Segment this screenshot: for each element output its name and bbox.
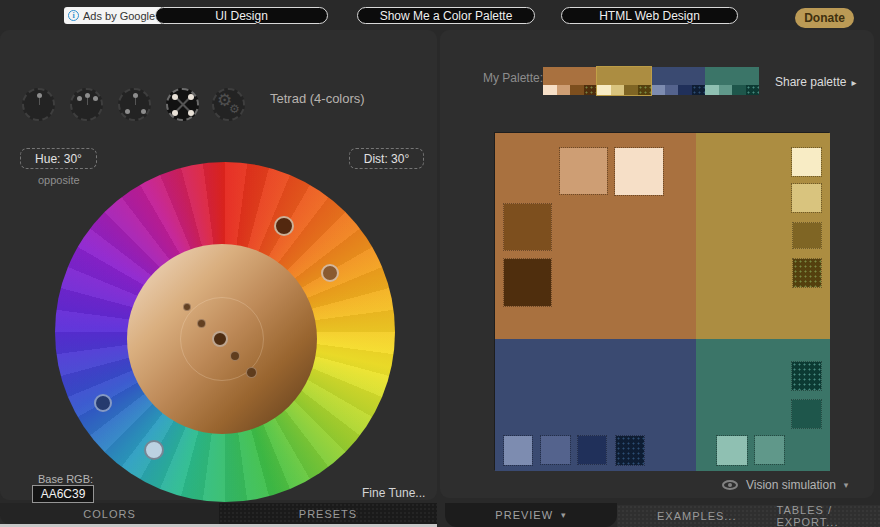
share-palette-link[interactable]: Share palette▸	[775, 75, 856, 89]
eye-icon	[722, 480, 738, 490]
preview-swatch[interactable]	[615, 148, 663, 195]
disc-dot[interactable]	[183, 303, 191, 311]
palette-shade[interactable]	[719, 85, 733, 95]
palette-group-blue[interactable]	[651, 67, 705, 95]
distance-button[interactable]: Dist: 30°	[349, 148, 424, 169]
palette-preview	[494, 132, 829, 470]
preview-swatch[interactable]	[792, 362, 821, 390]
vision-simulation-toggle[interactable]: Vision simulation ▾	[722, 478, 848, 492]
preview-swatch[interactable]	[504, 436, 532, 465]
palette-group-gold[interactable]	[597, 67, 651, 95]
preview-swatch[interactable]	[504, 204, 551, 250]
preview-panel: My Palette:	[440, 30, 874, 498]
disc-dot[interactable]	[197, 319, 206, 328]
tab-preview[interactable]: PREVIEW ▾	[445, 503, 617, 527]
preview-quadrant-brown[interactable]	[495, 133, 696, 339]
preview-quadrant-blue[interactable]	[495, 339, 696, 471]
wheel-marker-hue-30[interactable]	[274, 216, 294, 236]
palette-main-swatch[interactable]	[705, 67, 759, 85]
ad-bar: i Ads by Google UI Design Show Me a Colo…	[0, 0, 880, 30]
chevron-down-icon: ▾	[844, 480, 849, 490]
share-arrow-icon: ▸	[851, 77, 856, 88]
my-palette-label: My Palette:	[483, 71, 543, 85]
my-palette-strip	[543, 67, 760, 95]
palette-shade[interactable]	[732, 85, 746, 95]
palette-main-swatch[interactable]	[597, 67, 651, 85]
info-icon: i	[68, 10, 79, 21]
scheme-monochromatic-icon[interactable]	[22, 88, 55, 121]
palette-shade[interactable]	[570, 85, 584, 95]
chevron-down-icon: ▾	[561, 510, 567, 520]
preview-quadrant-teal[interactable]	[696, 339, 830, 471]
tab-tables-export[interactable]: TABLES / EXPORT...	[776, 504, 880, 527]
wheel-marker-hue-240[interactable]	[94, 394, 112, 412]
hue-opposite-label: opposite	[38, 174, 80, 186]
disc-dot[interactable]	[230, 351, 240, 361]
hue-button[interactable]: Hue: 30°	[20, 148, 97, 169]
tab-examples[interactable]: EXAMPLES...	[657, 510, 736, 522]
palette-group-brown[interactable]	[543, 67, 597, 95]
palette-shade[interactable]	[624, 85, 638, 95]
tab-colors[interactable]: COLORS	[0, 503, 219, 524]
palette-shade[interactable]	[584, 85, 598, 95]
palette-shade[interactable]	[611, 85, 625, 95]
base-rgb-input[interactable]	[32, 485, 94, 503]
preview-swatch[interactable]	[578, 436, 606, 464]
palette-shade[interactable]	[665, 85, 679, 95]
paletton-app: i Ads by Google UI Design Show Me a Colo…	[0, 0, 880, 527]
preview-quadrant-gold[interactable]	[696, 133, 830, 339]
preview-swatch[interactable]	[792, 184, 821, 212]
palette-group-teal[interactable]	[705, 67, 759, 95]
preview-swatch[interactable]	[755, 436, 784, 464]
preview-swatch[interactable]	[560, 148, 607, 194]
vision-simulation-label: Vision simulation	[746, 478, 836, 492]
disc-dot[interactable]	[246, 367, 257, 378]
palette-main-swatch[interactable]	[543, 67, 597, 85]
ad-link-color-palette[interactable]: Show Me a Color Palette	[357, 7, 535, 24]
scheme-adjacent-icon[interactable]	[70, 88, 103, 121]
scheme-triad-icon[interactable]	[118, 88, 151, 121]
tab-presets[interactable]: PRESETS	[219, 503, 437, 524]
palette-shade[interactable]	[543, 85, 557, 95]
palette-shade[interactable]	[557, 85, 571, 95]
scheme-type-label: Tetrad (4-colors)	[270, 91, 365, 106]
preview-swatch[interactable]	[792, 400, 821, 428]
preview-swatch[interactable]	[541, 436, 570, 464]
wheel-marker-hue-210[interactable]	[144, 440, 164, 460]
palette-shade[interactable]	[597, 85, 611, 95]
palette-shade[interactable]	[746, 85, 760, 95]
ad-link-html-web-design[interactable]: HTML Web Design	[561, 7, 738, 24]
color-wheel-panel: ⚙ ⚙ Tetrad (4-colors) Hue: 30° opposite …	[0, 30, 437, 500]
palette-shade[interactable]	[678, 85, 692, 95]
preview-swatch[interactable]	[616, 436, 644, 465]
preview-swatch[interactable]	[793, 223, 821, 248]
scheme-tetrad-icon[interactable]	[166, 88, 199, 121]
ads-badge-label: Ads by Google	[83, 10, 155, 22]
right-tab-bar: EXAMPLES... TABLES / EXPORT...	[617, 505, 880, 527]
gear-icon: ⚙	[229, 103, 240, 115]
ad-link-ui-design[interactable]: UI Design	[155, 7, 328, 24]
wheel-marker-hue-60[interactable]	[321, 264, 339, 282]
palette-shade[interactable]	[651, 85, 665, 95]
disc-dot-base[interactable]	[212, 331, 228, 347]
donate-button[interactable]: Donate	[795, 8, 854, 28]
preview-swatch[interactable]	[793, 259, 821, 287]
palette-shade[interactable]	[638, 85, 652, 95]
palette-shade[interactable]	[692, 85, 706, 95]
base-rgb-label: Base RGB:	[38, 473, 93, 485]
fine-tune-link[interactable]: Fine Tune...	[362, 486, 425, 500]
palette-shade[interactable]	[705, 85, 719, 95]
ads-by-google-badge[interactable]: i Ads by Google	[64, 7, 161, 24]
preview-swatch[interactable]	[717, 436, 747, 465]
preview-swatch[interactable]	[792, 148, 821, 176]
palette-main-swatch[interactable]	[651, 67, 705, 85]
preview-swatch[interactable]	[504, 259, 551, 306]
scheme-freestyle-icon[interactable]: ⚙ ⚙	[212, 88, 245, 121]
